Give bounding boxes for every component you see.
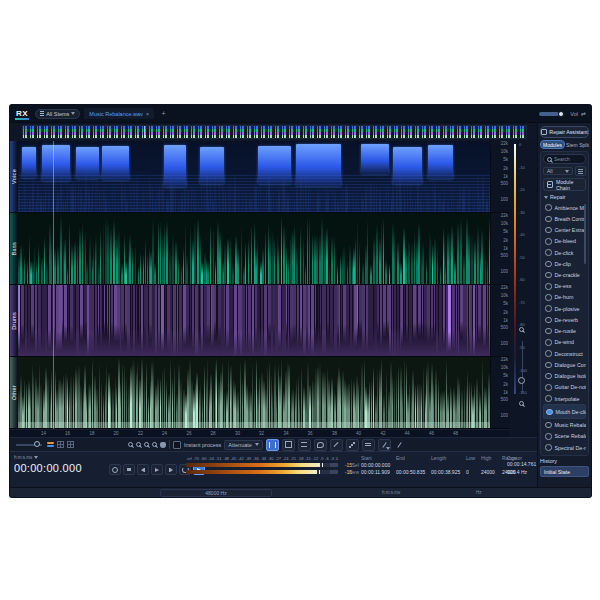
- play-button[interactable]: [151, 464, 163, 475]
- spectrogram-track-drums[interactable]: [18, 285, 490, 356]
- stem-label-bass[interactable]: Bass: [10, 213, 18, 284]
- zoom-in-time-icon[interactable]: [136, 442, 141, 447]
- volume-slider[interactable]: [539, 112, 567, 116]
- zoom-selection-icon[interactable]: [144, 442, 149, 447]
- brush-selection-tool[interactable]: [330, 439, 343, 451]
- new-tab-button[interactable]: +: [158, 110, 168, 117]
- time-unit-label: h:m:s.ms: [382, 490, 400, 495]
- spectrogram-waveform-blend-slider[interactable]: [16, 444, 42, 446]
- magic-wand-tool[interactable]: [346, 439, 359, 451]
- module-label: De-plosive: [555, 306, 580, 312]
- module-item-interpolate[interactable]: Interpolate: [543, 393, 586, 404]
- adjust-tool[interactable]: [362, 439, 375, 451]
- previous-button[interactable]: [137, 464, 149, 475]
- draw-tool[interactable]: [378, 439, 391, 451]
- instant-process-label: Instant process: [184, 442, 221, 448]
- section-repair[interactable]: Repair: [543, 193, 586, 200]
- lasso-selection-tool[interactable]: [314, 439, 327, 451]
- stem-label-voice[interactable]: Voice: [10, 141, 18, 212]
- frequency-selection-tool[interactable]: [298, 439, 311, 451]
- time-frequency-selection-tool[interactable]: [282, 439, 295, 451]
- module-label: Guitar De-noise: [555, 384, 587, 390]
- level-meter[interactable]: -inf-70-60-54-51-48-45-42-39-36-33-30-27…: [186, 456, 356, 475]
- time-format-select[interactable]: h:m:s.ms: [14, 455, 38, 460]
- time-tick-label: 44: [405, 431, 410, 436]
- module-item-spectral-de-noise[interactable]: Spectral De-noise: [543, 442, 586, 453]
- module-chain-item[interactable]: Module Chain: [543, 178, 586, 191]
- next-button[interactable]: [165, 464, 177, 475]
- grid-settings-icon[interactable]: [57, 441, 64, 448]
- stem-label-drums[interactable]: Drums: [10, 285, 18, 356]
- search-input[interactable]: [554, 156, 582, 162]
- file-tab[interactable]: Music Rebalance.wav ×: [84, 108, 154, 119]
- meter-tick-label: -33: [260, 456, 266, 461]
- tab-modules[interactable]: Modules: [540, 140, 565, 149]
- pencil-tool[interactable]: [394, 440, 405, 450]
- module-item-de-crackle[interactable]: De-crackle: [543, 269, 586, 280]
- module-item-deconstruct[interactable]: Deconstruct: [543, 348, 586, 359]
- time-tick-label: 40: [356, 431, 361, 436]
- instant-process-checkbox[interactable]: [173, 441, 181, 449]
- vertical-zoom-slider[interactable]: [522, 341, 523, 393]
- category-filter-select[interactable]: All: [543, 167, 573, 175]
- spectrogram-track-voice[interactable]: [18, 141, 490, 212]
- stems-selector[interactable]: All Stems: [35, 109, 80, 119]
- module-label: De-crackle: [555, 272, 580, 278]
- tab-stem-split[interactable]: Stem Split: [566, 140, 589, 149]
- module-item-de-hum[interactable]: De-hum: [543, 292, 586, 303]
- module-item-de-wind[interactable]: De-wind: [543, 337, 586, 348]
- module-item-de-reverb[interactable]: De-reverb: [543, 314, 586, 325]
- module-item-de-ess[interactable]: De-ess: [543, 281, 586, 292]
- overview-minimap[interactable]: [22, 125, 527, 139]
- volume-slider-knob[interactable]: [558, 111, 564, 117]
- record-button[interactable]: [109, 464, 121, 475]
- output-routing-icon[interactable]: ⇄: [581, 110, 586, 117]
- module-item-ambience-match[interactable]: Ambience Match: [543, 202, 586, 213]
- tab-close-icon[interactable]: ×: [146, 111, 150, 117]
- time-selection-tool[interactable]: [266, 439, 279, 451]
- meter-tick-label: -21: [290, 456, 296, 461]
- module-label: Spectral De-noise: [555, 445, 587, 451]
- freq-tick-label: 5k: [503, 374, 508, 379]
- spectrogram-track-bass[interactable]: [18, 213, 490, 284]
- history-item[interactable]: Initial State: [540, 466, 589, 477]
- meter-bar-left: [186, 463, 338, 467]
- stem-label-other[interactable]: Other: [10, 357, 18, 428]
- grab-hand-icon[interactable]: [160, 442, 166, 448]
- module-item-de-bleed[interactable]: De-bleed: [543, 236, 586, 247]
- selection-mode-select[interactable]: Attenuate: [224, 440, 263, 450]
- module-item-dialogue-isolate[interactable]: Dialogue Isolate: [543, 371, 586, 382]
- module-list-scrollbar[interactable]: [584, 204, 586, 264]
- module-item-de-click[interactable]: De-click: [543, 247, 586, 258]
- module-item-breath-control[interactable]: Breath Control: [543, 213, 586, 224]
- module-search[interactable]: [543, 154, 586, 164]
- list-view-icon[interactable]: [575, 166, 586, 176]
- module-item-mouth-de-click[interactable]: Mouth De-click: [543, 404, 586, 419]
- meter-tick-label: -60: [201, 456, 207, 461]
- module-item-de-plosive[interactable]: De-plosive: [543, 303, 586, 314]
- freq-tick-label: 1k: [503, 391, 508, 396]
- module-item-de-clip[interactable]: De-clip: [543, 258, 586, 269]
- module-item-de-rustle[interactable]: De-rustle: [543, 326, 586, 337]
- module-item-scene-rebalance[interactable]: Scene Rebalance: [543, 431, 586, 442]
- deconstruct-icon: [545, 350, 552, 357]
- repair-assistant-button[interactable]: Repair Assistant: [540, 126, 589, 138]
- stop-button[interactable]: [123, 464, 135, 475]
- vertical-zoom-knob[interactable]: [518, 377, 525, 384]
- time-tick-label: 22: [138, 431, 143, 436]
- vertical-zoom-out-icon[interactable]: [519, 327, 524, 332]
- module-item-dialogue-contour[interactable]: Dialogue Contour: [543, 359, 586, 370]
- meter-tick-label: -36: [253, 456, 259, 461]
- chevron-down-icon: [34, 456, 38, 459]
- module-item-guitar-de-noise[interactable]: Guitar De-noise: [543, 382, 586, 393]
- frequency-axis: 22k10k5k2k1k50010022k10k5k2k1k50010022k1…: [490, 141, 510, 429]
- module-item-music-rebalance[interactable]: Music Rebalance: [543, 419, 586, 430]
- spectrogram-blend-icon[interactable]: [47, 442, 54, 447]
- display-options-icon[interactable]: [67, 441, 74, 448]
- module-item-center-extract[interactable]: Center Extract: [543, 224, 586, 235]
- spectrogram-track-other[interactable]: [18, 357, 490, 428]
- section-collapse-icon: [544, 196, 548, 199]
- zoom-out-time-icon[interactable]: [128, 442, 133, 447]
- zoom-tool-icon[interactable]: [152, 442, 157, 447]
- vertical-zoom-in-icon[interactable]: [519, 401, 524, 406]
